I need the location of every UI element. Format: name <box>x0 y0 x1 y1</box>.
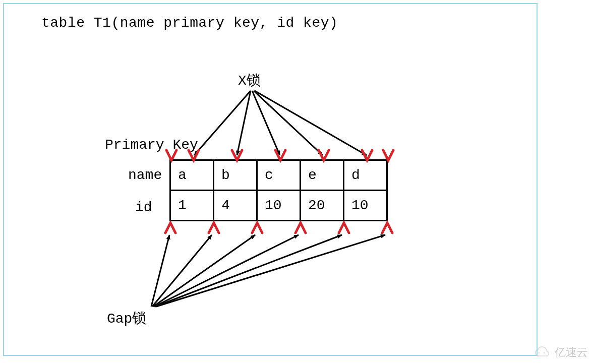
cell-id-2: 10 <box>257 191 301 221</box>
table-row: 1 4 10 20 10 <box>170 191 387 221</box>
watermark-text: 亿速云 <box>555 345 588 360</box>
cell-name-2: c <box>257 160 301 191</box>
cloud-icon <box>531 346 552 359</box>
table-row: a b c e d <box>170 160 387 191</box>
row-label-name: name <box>128 167 162 183</box>
gap-lock-label: Gap锁 <box>107 309 146 328</box>
cell-id-4: 10 <box>344 191 387 221</box>
cell-id-0: 1 <box>170 191 214 221</box>
cell-name-0: a <box>170 160 214 191</box>
index-table: a b c e d 1 4 10 20 10 <box>169 159 388 221</box>
x-lock-label: X锁 <box>238 71 261 90</box>
cell-id-3: 20 <box>301 191 344 221</box>
watermark: 亿速云 <box>531 345 588 360</box>
svg-point-12 <box>544 352 545 354</box>
row-label-id: id <box>135 200 152 215</box>
cell-name-4: d <box>344 160 387 191</box>
cell-id-1: 4 <box>214 191 257 221</box>
diagram-title: table T1(name primary key, id key) <box>41 15 338 31</box>
svg-point-11 <box>539 352 540 354</box>
cell-name-3: e <box>301 160 344 191</box>
primary-key-label: Primary Key <box>105 137 198 153</box>
cell-name-1: b <box>214 160 257 191</box>
